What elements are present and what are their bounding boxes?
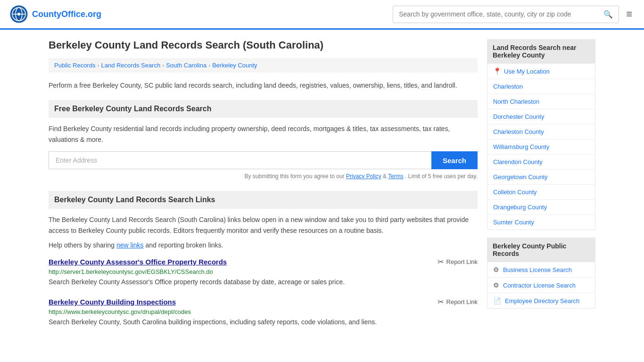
sidebar-public-records-list: ⚙ Business License Search ⚙ Contractor L… [487, 262, 595, 309]
sidebar-nearby-title: Land Records Search near Berkeley County [487, 39, 595, 64]
breadcrumb-berkeley-county[interactable]: Berkeley County [212, 62, 257, 69]
gear-icon-1: ⚙ [493, 266, 499, 273]
business-license-link[interactable]: ⚙ Business License Search [487, 262, 595, 277]
sidebar-item-charleston[interactable]: Charleston [487, 79, 595, 94]
address-search-button[interactable]: Search [431, 151, 478, 169]
address-search-form: Search [49, 151, 478, 169]
location-pin-icon: 📍 [493, 67, 501, 75]
content-area: Berkeley County Land Records Search (Sou… [49, 39, 478, 337]
free-search-description: Find Berkeley County residential land re… [49, 123, 478, 145]
header: CountyOffice.org 🔍 ≡ [0, 0, 644, 30]
williamsburg-county-link[interactable]: Williamsburg County [487, 140, 595, 154]
header-search-button[interactable]: 🔍 [598, 6, 619, 23]
colleton-county-link[interactable]: Colleton County [487, 185, 595, 199]
record-url-2: https://www.berkeleycountysc.gov/drupal/… [49, 308, 478, 315]
employee-directory-link[interactable]: 📄 Employee Directory Search [487, 293, 595, 308]
report-link-2[interactable]: ✂ Report Link [438, 297, 478, 306]
record-item-building: Berkeley County Building Inspections ✂ R… [49, 297, 478, 327]
clarendon-county-link[interactable]: Clarendon County [487, 155, 595, 169]
privacy-policy-link[interactable]: Privacy Policy [346, 173, 381, 180]
document-icon: 📄 [493, 297, 501, 304]
sidebar-item-business-license[interactable]: ⚙ Business License Search [487, 262, 595, 278]
sidebar-item-dorchester-county[interactable]: Dorchester County [487, 109, 595, 124]
sidebar: Land Records Search near Berkeley County… [487, 39, 595, 337]
report-link-1[interactable]: ✂ Report Link [438, 257, 478, 266]
sidebar-public-records-title: Berkeley County Public Records [487, 238, 595, 262]
sidebar-nearby-section: Land Records Search near Berkeley County… [487, 39, 595, 230]
sidebar-item-orangeburg-county[interactable]: Orangeburg County [487, 200, 595, 215]
charleston-county-link[interactable]: Charleston County [487, 124, 595, 139]
main-container: Berkeley County Land Records Search (Sou… [39, 30, 605, 347]
free-search-section: Free Berkeley County Land Records Search… [49, 100, 478, 180]
address-input[interactable] [49, 151, 431, 169]
use-location-link[interactable]: 📍 Use My Location [487, 64, 595, 79]
breadcrumb-sep-1: › [97, 62, 99, 69]
logo-icon [9, 5, 28, 24]
georgetown-county-link[interactable]: Georgetown County [487, 170, 595, 184]
record-title-row-1: Berkeley County Assessor's Office Proper… [49, 257, 478, 266]
sidebar-item-clarendon-county[interactable]: Clarendon County [487, 155, 595, 170]
record-desc-2: Search Berkeley County, South Carolina b… [49, 317, 478, 327]
record-desc-1: Search Berkeley County Assessor's Office… [49, 277, 478, 287]
header-right: 🔍 ≡ [393, 6, 635, 23]
logo-text: CountyOffice.org [32, 9, 101, 19]
page-title: Berkeley County Land Records Search (Sou… [49, 39, 478, 51]
share-links-text: Help others by sharing new links and rep… [49, 241, 478, 249]
sidebar-item-colleton-county[interactable]: Colleton County [487, 185, 595, 200]
orangeburg-county-link[interactable]: Orangeburg County [487, 200, 595, 214]
free-search-header: Free Berkeley County Land Records Search [49, 100, 478, 118]
breadcrumb-south-carolina[interactable]: South Carolina [166, 62, 206, 69]
breadcrumb-sep-2: › [162, 62, 164, 69]
record-url-1: http://server1.berkeleycountysc.gov/EGSB… [49, 268, 478, 275]
breadcrumb: Public Records › Land Records Search › S… [49, 58, 478, 73]
charleston-link[interactable]: Charleston [487, 79, 595, 94]
sidebar-item-use-location[interactable]: 📍 Use My Location [487, 64, 595, 79]
header-search-bar: 🔍 [393, 6, 619, 23]
record-title-link-1[interactable]: Berkeley County Assessor's Office Proper… [49, 258, 227, 266]
links-section: Berkeley County Land Records Search Link… [49, 191, 478, 327]
sidebar-public-records-section: Berkeley County Public Records ⚙ Busines… [487, 238, 595, 309]
record-title-link-2[interactable]: Berkeley County Building Inspections [49, 298, 176, 306]
breadcrumb-land-records[interactable]: Land Records Search [101, 62, 160, 69]
sidebar-item-charleston-county[interactable]: Charleston County [487, 124, 595, 140]
record-title-row-2: Berkeley County Building Inspections ✂ R… [49, 297, 478, 306]
north-charleston-link[interactable]: North Charleston [487, 94, 595, 109]
dorchester-county-link[interactable]: Dorchester County [487, 109, 595, 124]
sumter-county-link[interactable]: Sumter County [487, 215, 595, 230]
gear-icon-2: ⚙ [493, 281, 499, 289]
form-note: By submitting this form you agree to our… [49, 173, 478, 180]
record-item-assessor: Berkeley County Assessor's Office Proper… [49, 257, 478, 287]
breadcrumb-sep-3: › [208, 62, 210, 69]
report-icon-1: ✂ [438, 257, 444, 266]
sidebar-nearby-list: 📍 Use My Location Charleston North Charl… [487, 64, 595, 230]
page-description: Perform a free Berkeley County, SC publi… [49, 80, 478, 90]
sidebar-item-sumter-county[interactable]: Sumter County [487, 215, 595, 230]
header-search-input[interactable] [393, 7, 598, 22]
terms-link[interactable]: Terms [388, 173, 404, 180]
sidebar-item-north-charleston[interactable]: North Charleston [487, 94, 595, 109]
svg-point-4 [17, 13, 20, 16]
sidebar-item-contractor-license[interactable]: ⚙ Contractor License Search [487, 278, 595, 293]
links-description: The Berkeley County Land Records Search … [49, 214, 478, 236]
links-section-header: Berkeley County Land Records Search Link… [49, 191, 478, 209]
breadcrumb-public-records[interactable]: Public Records [54, 62, 95, 69]
contractor-license-link[interactable]: ⚙ Contractor License Search [487, 278, 595, 293]
new-links-link[interactable]: new links [116, 241, 144, 249]
hamburger-menu-icon[interactable]: ≡ [624, 6, 635, 23]
sidebar-item-williamsburg-county[interactable]: Williamsburg County [487, 140, 595, 155]
logo-area: CountyOffice.org [9, 5, 101, 24]
sidebar-item-georgetown-county[interactable]: Georgetown County [487, 170, 595, 185]
report-icon-2: ✂ [438, 297, 444, 306]
sidebar-item-employee-directory[interactable]: 📄 Employee Directory Search [487, 293, 595, 308]
